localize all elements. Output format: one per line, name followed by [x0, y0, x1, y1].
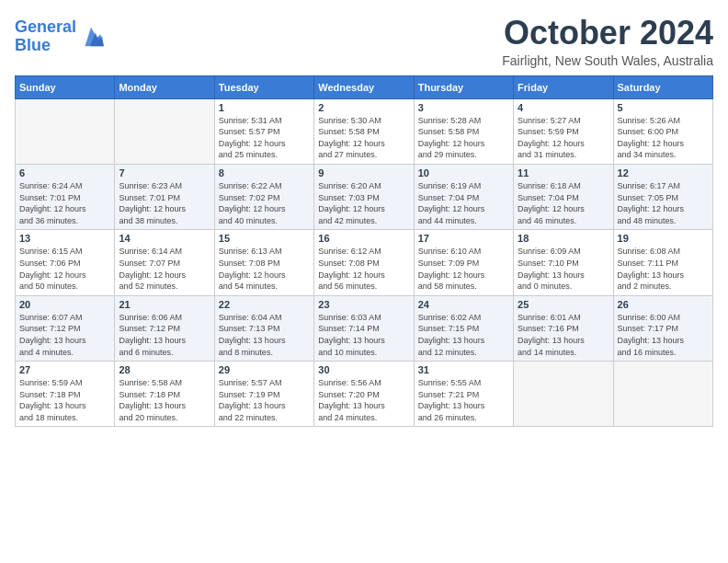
day-number: 29 [219, 364, 310, 375]
day-number: 7 [119, 167, 210, 178]
calendar-cell: 2Sunrise: 5:30 AM Sunset: 5:58 PM Daylig… [314, 98, 414, 164]
day-number: 17 [418, 233, 509, 244]
logo-icon [78, 24, 104, 50]
day-info: Sunrise: 6:12 AM Sunset: 7:08 PM Dayligh… [318, 246, 409, 292]
day-info: Sunrise: 6:07 AM Sunset: 7:12 PM Dayligh… [19, 312, 110, 358]
day-number: 13 [19, 233, 110, 244]
calendar-week-row: 27Sunrise: 5:59 AM Sunset: 7:18 PM Dayli… [16, 362, 713, 427]
day-number: 28 [119, 364, 210, 375]
day-number: 18 [518, 233, 609, 244]
day-info: Sunrise: 6:18 AM Sunset: 7:04 PM Dayligh… [518, 180, 609, 226]
calendar-cell: 13Sunrise: 6:15 AM Sunset: 7:06 PM Dayli… [16, 230, 115, 295]
calendar-week-row: 13Sunrise: 6:15 AM Sunset: 7:06 PM Dayli… [16, 230, 713, 295]
calendar-cell: 17Sunrise: 6:10 AM Sunset: 7:09 PM Dayli… [414, 230, 513, 295]
calendar-cell: 24Sunrise: 6:02 AM Sunset: 7:15 PM Dayli… [414, 295, 513, 361]
day-number: 6 [19, 167, 110, 178]
calendar-cell: 23Sunrise: 6:03 AM Sunset: 7:14 PM Dayli… [314, 295, 414, 361]
calendar-cell: 12Sunrise: 6:17 AM Sunset: 7:05 PM Dayli… [613, 164, 712, 229]
day-info: Sunrise: 6:19 AM Sunset: 7:04 PM Dayligh… [418, 180, 509, 226]
calendar-cell: 8Sunrise: 6:22 AM Sunset: 7:02 PM Daylig… [214, 164, 313, 229]
day-info: Sunrise: 5:31 AM Sunset: 5:57 PM Dayligh… [219, 115, 310, 161]
day-number: 9 [318, 167, 409, 178]
day-info: Sunrise: 6:20 AM Sunset: 7:03 PM Dayligh… [318, 180, 409, 226]
page-header: General Blue October 2024 Fairlight, New… [15, 15, 713, 68]
day-info: Sunrise: 5:59 AM Sunset: 7:18 PM Dayligh… [19, 377, 110, 423]
calendar-cell: 1Sunrise: 5:31 AM Sunset: 5:57 PM Daylig… [214, 98, 313, 164]
calendar-cell: 26Sunrise: 6:00 AM Sunset: 7:17 PM Dayli… [613, 295, 712, 361]
day-info: Sunrise: 6:03 AM Sunset: 7:14 PM Dayligh… [318, 312, 409, 358]
month-title: October 2024 [502, 15, 713, 52]
day-info: Sunrise: 5:30 AM Sunset: 5:58 PM Dayligh… [318, 115, 409, 161]
calendar-cell [115, 98, 214, 164]
day-info: Sunrise: 5:27 AM Sunset: 5:59 PM Dayligh… [518, 115, 609, 161]
calendar-cell: 29Sunrise: 5:57 AM Sunset: 7:19 PM Dayli… [214, 362, 313, 427]
header-thursday: Thursday [414, 75, 513, 98]
calendar-week-row: 6Sunrise: 6:24 AM Sunset: 7:01 PM Daylig… [16, 164, 713, 229]
location-subtitle: Fairlight, New South Wales, Australia [502, 53, 713, 68]
calendar-cell: 20Sunrise: 6:07 AM Sunset: 7:12 PM Dayli… [16, 295, 115, 361]
day-number: 8 [219, 167, 310, 178]
calendar-week-row: 20Sunrise: 6:07 AM Sunset: 7:12 PM Dayli… [16, 295, 713, 361]
calendar-cell [613, 362, 712, 427]
calendar-cell: 25Sunrise: 6:01 AM Sunset: 7:16 PM Dayli… [514, 295, 613, 361]
calendar-cell [16, 98, 115, 164]
day-number: 2 [318, 102, 409, 113]
day-number: 10 [418, 167, 509, 178]
calendar-cell: 14Sunrise: 6:14 AM Sunset: 7:07 PM Dayli… [115, 230, 214, 295]
logo-general: General [15, 17, 76, 36]
calendar-cell: 30Sunrise: 5:56 AM Sunset: 7:20 PM Dayli… [314, 362, 414, 427]
day-info: Sunrise: 6:02 AM Sunset: 7:15 PM Dayligh… [418, 312, 509, 358]
calendar-header-row: SundayMondayTuesdayWednesdayThursdayFrid… [16, 75, 713, 98]
calendar-cell: 10Sunrise: 6:19 AM Sunset: 7:04 PM Dayli… [414, 164, 513, 229]
day-info: Sunrise: 6:01 AM Sunset: 7:16 PM Dayligh… [518, 312, 609, 358]
day-info: Sunrise: 6:09 AM Sunset: 7:10 PM Dayligh… [518, 246, 609, 292]
day-info: Sunrise: 6:22 AM Sunset: 7:02 PM Dayligh… [219, 180, 310, 226]
calendar-cell: 9Sunrise: 6:20 AM Sunset: 7:03 PM Daylig… [314, 164, 414, 229]
day-info: Sunrise: 6:06 AM Sunset: 7:12 PM Dayligh… [119, 312, 210, 358]
day-number: 5 [618, 102, 709, 113]
calendar-cell: 15Sunrise: 6:13 AM Sunset: 7:08 PM Dayli… [214, 230, 313, 295]
day-info: Sunrise: 5:58 AM Sunset: 7:18 PM Dayligh… [119, 377, 210, 423]
day-number: 25 [518, 299, 609, 310]
day-number: 27 [19, 364, 110, 375]
calendar-cell: 3Sunrise: 5:28 AM Sunset: 5:58 PM Daylig… [414, 98, 513, 164]
calendar-cell [514, 362, 613, 427]
day-info: Sunrise: 6:23 AM Sunset: 7:01 PM Dayligh… [119, 180, 210, 226]
logo-blue: Blue [15, 36, 51, 54]
day-info: Sunrise: 5:28 AM Sunset: 5:58 PM Dayligh… [418, 115, 509, 161]
day-info: Sunrise: 5:55 AM Sunset: 7:21 PM Dayligh… [418, 377, 509, 423]
header-monday: Monday [115, 75, 214, 98]
calendar-table: SundayMondayTuesdayWednesdayThursdayFrid… [15, 75, 713, 428]
day-info: Sunrise: 6:17 AM Sunset: 7:05 PM Dayligh… [618, 180, 709, 226]
header-tuesday: Tuesday [214, 75, 313, 98]
calendar-cell: 18Sunrise: 6:09 AM Sunset: 7:10 PM Dayli… [514, 230, 613, 295]
calendar-cell: 7Sunrise: 6:23 AM Sunset: 7:01 PM Daylig… [115, 164, 214, 229]
calendar-cell: 6Sunrise: 6:24 AM Sunset: 7:01 PM Daylig… [16, 164, 115, 229]
header-sunday: Sunday [16, 75, 115, 98]
day-info: Sunrise: 5:56 AM Sunset: 7:20 PM Dayligh… [318, 377, 409, 423]
calendar-cell: 5Sunrise: 5:26 AM Sunset: 6:00 PM Daylig… [613, 98, 712, 164]
day-info: Sunrise: 6:00 AM Sunset: 7:17 PM Dayligh… [618, 312, 709, 358]
day-number: 15 [219, 233, 310, 244]
day-info: Sunrise: 5:57 AM Sunset: 7:19 PM Dayligh… [219, 377, 310, 423]
day-number: 23 [318, 299, 409, 310]
day-number: 21 [119, 299, 210, 310]
header-saturday: Saturday [613, 75, 712, 98]
logo-text: General Blue [15, 18, 76, 55]
calendar-cell: 19Sunrise: 6:08 AM Sunset: 7:11 PM Dayli… [613, 230, 712, 295]
day-info: Sunrise: 5:26 AM Sunset: 6:00 PM Dayligh… [618, 115, 709, 161]
calendar-cell: 21Sunrise: 6:06 AM Sunset: 7:12 PM Dayli… [115, 295, 214, 361]
day-number: 31 [418, 364, 509, 375]
calendar-week-row: 1Sunrise: 5:31 AM Sunset: 5:57 PM Daylig… [16, 98, 713, 164]
calendar-cell: 11Sunrise: 6:18 AM Sunset: 7:04 PM Dayli… [514, 164, 613, 229]
day-info: Sunrise: 6:24 AM Sunset: 7:01 PM Dayligh… [19, 180, 110, 226]
logo: General Blue [15, 18, 104, 55]
day-info: Sunrise: 6:10 AM Sunset: 7:09 PM Dayligh… [418, 246, 509, 292]
day-info: Sunrise: 6:14 AM Sunset: 7:07 PM Dayligh… [119, 246, 210, 292]
day-info: Sunrise: 6:15 AM Sunset: 7:06 PM Dayligh… [19, 246, 110, 292]
title-block: October 2024 Fairlight, New South Wales,… [502, 15, 713, 68]
day-number: 19 [618, 233, 709, 244]
day-number: 16 [318, 233, 409, 244]
day-number: 30 [318, 364, 409, 375]
day-number: 4 [518, 102, 609, 113]
